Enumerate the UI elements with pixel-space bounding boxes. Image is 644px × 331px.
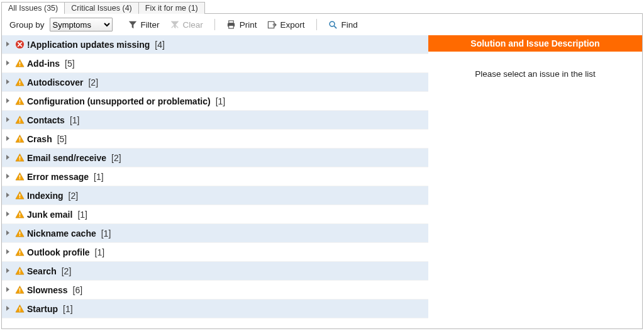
group-label: Nickname cache	[27, 228, 96, 238]
warning-icon	[14, 247, 25, 257]
group-count: [5]	[65, 59, 75, 69]
svg-rect-24	[19, 232, 20, 234]
group-count: [2]	[111, 153, 121, 163]
group-count: [5]	[57, 134, 67, 144]
find-button[interactable]: Find	[325, 18, 362, 31]
group-row[interactable]: Indexing[2]	[2, 186, 428, 205]
group-count: [6]	[73, 285, 83, 295]
warning-icon	[14, 77, 25, 87]
svg-rect-30	[19, 288, 20, 291]
warning-icon	[14, 210, 25, 220]
toolbar-separator	[316, 19, 317, 30]
filter-label: Filter	[141, 20, 160, 30]
group-label: Outlook profile	[27, 247, 90, 257]
group-count: [2]	[62, 266, 72, 276]
expand-icon	[6, 60, 12, 67]
group-row[interactable]: Error message[1]	[2, 167, 428, 186]
group-label: !Application updates missing	[27, 40, 150, 50]
print-icon	[226, 20, 236, 30]
svg-rect-10	[19, 99, 20, 102]
error-icon	[14, 40, 25, 50]
expand-icon	[6, 79, 12, 86]
warning-icon	[14, 266, 25, 276]
svg-rect-19	[19, 178, 20, 179]
svg-rect-9	[19, 84, 20, 85]
svg-rect-16	[19, 156, 20, 159]
tab-critical-issues[interactable]: Critical Issues (4)	[64, 2, 139, 14]
group-by-select[interactable]: Symptoms	[50, 18, 113, 31]
svg-rect-32	[19, 307, 20, 310]
warning-icon	[14, 228, 25, 238]
warning-icon	[14, 285, 25, 295]
group-count: [2]	[88, 77, 98, 87]
clear-filter-icon	[170, 20, 180, 30]
group-row[interactable]: Configuration (unsupported or problemati…	[2, 92, 428, 111]
group-row[interactable]: !Application updates missing[4]	[2, 35, 428, 54]
svg-rect-7	[19, 65, 20, 66]
svg-rect-13	[19, 121, 20, 123]
print-button[interactable]: Print	[223, 18, 261, 31]
group-row[interactable]: Autodiscover[2]	[2, 73, 428, 92]
group-label: Contacts	[27, 115, 65, 125]
expand-icon	[6, 117, 12, 123]
svg-rect-12	[19, 118, 20, 121]
group-count: [4]	[155, 40, 165, 50]
filter-icon	[128, 20, 138, 30]
group-count: [2]	[69, 191, 79, 201]
group-label: Error message	[27, 172, 89, 182]
expand-icon	[6, 306, 12, 312]
expand-icon	[6, 230, 12, 237]
warning-icon	[14, 115, 25, 125]
svg-rect-31	[19, 291, 20, 293]
group-row[interactable]: Startup[1]	[2, 300, 428, 318]
group-label: Indexing	[27, 191, 64, 201]
expand-icon	[6, 155, 12, 161]
warning-icon	[14, 96, 25, 106]
group-label: Autodiscover	[27, 77, 83, 87]
warning-icon	[14, 134, 25, 144]
group-label: Crash	[27, 134, 52, 144]
group-count: [1]	[77, 210, 87, 220]
toolbar: Group by Symptoms Filter Clear Print	[2, 14, 642, 35]
svg-rect-14	[19, 137, 20, 140]
svg-point-4	[330, 21, 335, 26]
group-row[interactable]: Junk email[1]	[2, 205, 428, 224]
svg-rect-11	[19, 103, 20, 104]
group-label: Add-ins	[27, 59, 60, 69]
group-label: Slowness	[27, 285, 68, 295]
svg-rect-23	[19, 216, 20, 217]
detail-pane: Solution and Issue Description Please se…	[428, 35, 642, 328]
svg-rect-17	[19, 159, 20, 160]
group-row[interactable]: Email send/receive[2]	[2, 149, 428, 167]
group-row[interactable]: Add-ins[5]	[2, 54, 428, 73]
svg-rect-33	[19, 310, 20, 311]
group-row[interactable]: Slowness[6]	[2, 281, 428, 300]
clear-button[interactable]: Clear	[166, 18, 207, 31]
tab-fix-it-for-me[interactable]: Fix it for me (1)	[138, 2, 205, 14]
expand-icon	[6, 193, 12, 199]
content-area: !Application updates missing[4]Add-ins[5…	[2, 35, 642, 328]
group-row[interactable]: Contacts[1]	[2, 111, 428, 130]
export-button[interactable]: Export	[264, 18, 309, 31]
svg-rect-2	[229, 25, 234, 28]
svg-rect-27	[19, 254, 20, 255]
group-count: [1]	[70, 115, 80, 125]
group-row[interactable]: Search[2]	[2, 262, 428, 281]
print-label: Print	[240, 20, 257, 30]
group-count: [1]	[94, 172, 104, 182]
warning-icon	[14, 304, 25, 314]
group-row[interactable]: Crash[5]	[2, 130, 428, 149]
filter-button[interactable]: Filter	[124, 18, 164, 31]
warning-icon	[14, 172, 25, 182]
group-row[interactable]: Nickname cache[1]	[2, 224, 428, 243]
expand-icon	[6, 98, 12, 104]
warning-icon	[14, 153, 25, 163]
expand-icon	[6, 211, 12, 218]
svg-rect-0	[229, 20, 234, 23]
group-label: Search	[27, 266, 57, 276]
svg-rect-6	[19, 62, 20, 64]
tab-all-issues[interactable]: All Issues (35)	[1, 2, 65, 14]
svg-rect-26	[19, 250, 20, 253]
group-row[interactable]: Outlook profile[1]	[2, 243, 428, 262]
expand-icon	[6, 287, 12, 293]
